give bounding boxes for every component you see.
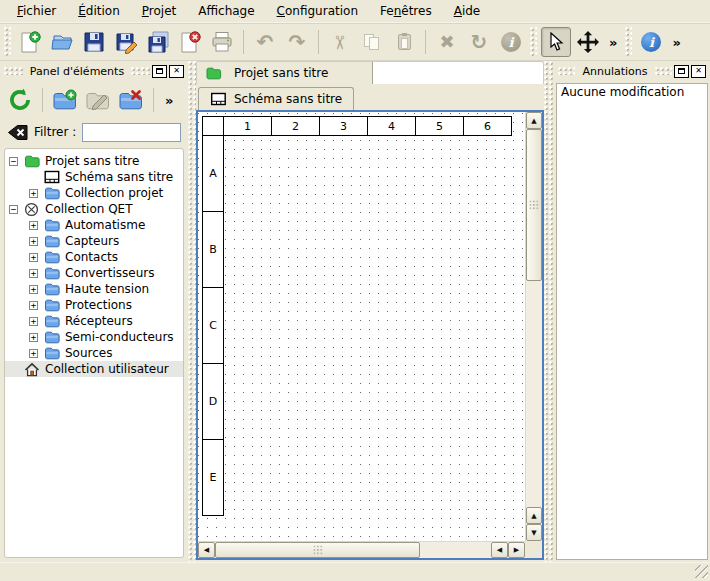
horizontal-scroll-thumb[interactable] [215,542,420,558]
vertical-scroll-thumb[interactable] [526,129,542,281]
edit-category-button[interactable] [83,85,113,115]
tree-item-haute-tension[interactable]: +Haute tension [5,281,183,297]
tree-item-sche-ma-sans-titre[interactable]: Schéma sans titre [5,169,183,185]
toolbar-handle[interactable] [625,27,632,57]
horizontal-scrollbar[interactable]: ◀ ◀ ▶ [198,541,525,558]
schema-view[interactable]: 123456 ABCDE ▲ ▲ ▼ ◀ ◀ ▶ [196,110,544,560]
about-button[interactable]: i [636,27,666,57]
expand-expander-icon[interactable]: + [29,221,38,230]
print-button[interactable] [207,27,237,57]
dock-drag-handle[interactable] [4,67,23,75]
scroll-left-button-2[interactable]: ◀ [491,542,508,558]
selection-tool-button[interactable] [541,27,571,57]
expand-expander-icon[interactable]: + [29,189,38,198]
toolbar-separator [153,88,154,112]
open-file-button[interactable] [47,27,77,57]
close-dock-button[interactable]: ✕ [691,65,706,78]
element-info-button[interactable]: i [496,27,526,57]
menu-fichier[interactable]: Fichier [6,1,67,21]
scroll-up-button[interactable]: ▲ [526,112,542,129]
tree-item-collection-qet[interactable]: −Collection QET [5,201,183,217]
collapse-expander-icon[interactable]: − [9,205,18,214]
redo-button[interactable]: ↷ [282,27,312,57]
schema-sheet-icon [210,92,227,106]
scroll-left-button[interactable]: ◀ [198,542,215,558]
panel-overflow-chevron[interactable]: » [161,93,177,108]
save-as-button[interactable] [111,27,141,57]
right-splitter[interactable] [544,61,554,562]
scroll-up-button-2[interactable]: ▲ [526,507,542,524]
new-category-button[interactable] [50,85,80,115]
close-dock-button[interactable]: ✕ [169,65,184,78]
toolbar-overflow-chevron[interactable]: » [605,35,621,50]
tree-item-contacts[interactable]: +Contacts [5,249,183,265]
schema-tab[interactable]: Schéma sans titre [198,87,354,110]
menu-projet[interactable]: Projet [131,1,187,21]
menu-edition[interactable]: Édition [67,1,131,21]
rotate-button[interactable]: ↻ [464,27,494,57]
paste-button[interactable] [389,27,419,57]
element-collection-tree[interactable]: −Projet sans titreSchéma sans titre+Coll… [4,148,184,558]
expand-expander-icon[interactable]: + [29,349,38,358]
tree-item-re-cepteurs[interactable]: +Récepteurs [5,313,183,329]
dock-drag-handle[interactable] [131,67,150,75]
tree-item-label: Collection QET [45,202,133,216]
scroll-right-button[interactable]: ▶ [508,542,525,558]
close-file-button[interactable] [175,27,205,57]
menu-configuration[interactable]: Configuration [266,1,369,21]
cut-button[interactable]: ✂ [325,27,355,57]
clear-filter-icon[interactable] [7,124,28,141]
vertical-scrollbar[interactable]: ▲ ▲ ▼ [525,112,542,541]
expand-expander-icon[interactable]: + [29,269,38,278]
schema-canvas[interactable]: 123456 ABCDE [198,112,525,541]
float-dock-button[interactable] [674,65,689,78]
expand-expander-icon[interactable]: + [29,285,38,294]
tree-item-protections[interactable]: +Protections [5,297,183,313]
toolbar-handle[interactable] [4,27,11,57]
expand-expander-icon[interactable]: + [29,333,38,342]
undo-dock-titlebar[interactable]: Annulations ✕ [554,61,710,81]
move-tool-button[interactable] [573,27,603,57]
dock-drag-handle[interactable] [558,67,575,75]
toolbar-handle[interactable] [530,27,537,57]
delete-category-button[interactable] [116,85,146,115]
scroll-track[interactable] [526,281,542,507]
element-panel-titlebar[interactable]: Panel d'éléments ✕ [0,61,188,81]
expand-expander-icon[interactable]: + [29,301,38,310]
tree-item-capteurs[interactable]: +Capteurs [5,233,183,249]
reload-collections-button[interactable] [5,85,35,115]
tree-item-sources[interactable]: +Sources [5,345,183,361]
menu-fenetres[interactable]: Fenêtres [369,1,443,21]
tree-item-collection-projet[interactable]: +Collection projet [5,185,183,201]
scroll-down-button[interactable]: ▼ [526,524,542,541]
save-button[interactable] [79,27,109,57]
float-dock-button[interactable] [152,65,167,78]
tree-item-projet-sans-titre[interactable]: −Projet sans titre [5,153,183,169]
filter-input[interactable] [82,123,181,142]
scroll-track[interactable] [420,542,491,558]
new-file-button[interactable] [15,27,45,57]
delete-button[interactable]: ✖ [432,27,462,57]
resize-grip-icon[interactable] [695,565,708,578]
expand-expander-icon[interactable]: + [29,237,38,246]
tree-item-semi-conducteurs[interactable]: +Semi-conducteurs [5,329,183,345]
undo-history-list[interactable]: Aucune modification [556,83,708,560]
expand-expander-icon[interactable]: + [29,317,38,326]
tree-item-convertisseurs[interactable]: +Convertisseurs [5,265,183,281]
project-tab[interactable]: Projet sans titre [197,62,373,84]
undo-button[interactable]: ↶ [250,27,280,57]
tree-item-label: Récepteurs [65,314,133,328]
expand-expander-icon[interactable]: + [29,253,38,262]
save-all-button[interactable] [143,27,173,57]
tree-item-automatisme[interactable]: +Automatisme [5,217,183,233]
undo-history-item[interactable]: Aucune modification [557,84,707,101]
toolbar-overflow-chevron[interactable]: » [668,35,684,50]
main-toolbar: ↶ ↷ ✂ ✖ ↻ i » i » [0,23,710,61]
menu-aide[interactable]: Aide [443,1,492,21]
menu-affichage[interactable]: Affichage [187,1,265,21]
left-splitter[interactable] [188,61,196,562]
collapse-expander-icon[interactable]: − [9,157,18,166]
tree-item-collection-utilisateur[interactable]: Collection utilisateur [5,361,183,377]
dock-drag-handle[interactable] [655,67,672,75]
copy-button[interactable] [357,27,387,57]
